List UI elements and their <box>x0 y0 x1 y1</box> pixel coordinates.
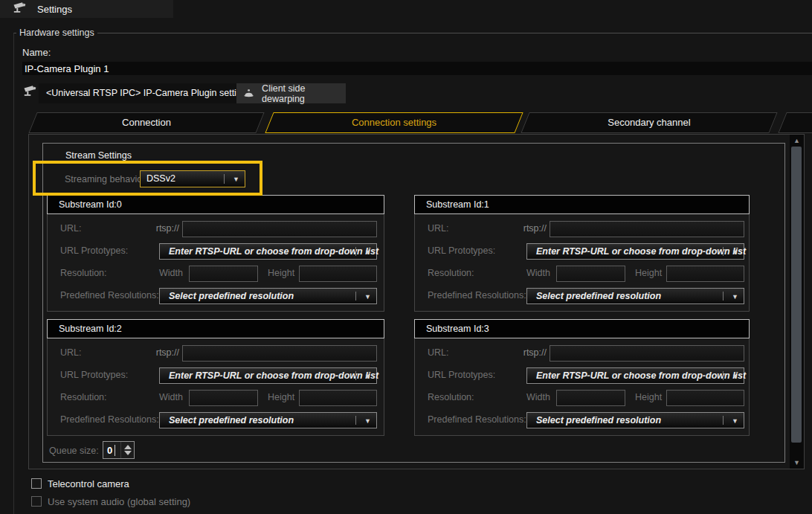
predefined-resolutions-dropdown[interactable]: Select predefined resolution ▼ <box>159 288 377 304</box>
height-input[interactable] <box>299 390 377 406</box>
substream-panel-0: Substream Id:0 URL: rtsp:// URL Prototyp… <box>47 195 384 312</box>
resolution-label: Resolution: <box>428 268 474 278</box>
resolution-label: Resolution: <box>60 268 107 278</box>
predefined-resolutions-dropdown[interactable]: Select predefined resolution ▼ <box>526 412 744 428</box>
substream-3-header: Substream Id:3 <box>414 319 750 338</box>
chevron-down-icon: ▼ <box>364 293 371 301</box>
chevron-down-icon: ▼ <box>732 293 738 301</box>
spin-up-icon[interactable] <box>124 445 132 449</box>
width-label: Width <box>159 392 183 402</box>
rtsp-prefix: rtsp:// <box>499 347 547 358</box>
substream-0-header: Substream Id:0 <box>47 195 384 214</box>
chevron-down-icon: ▼ <box>233 176 239 183</box>
url-prototypes-dropdown[interactable]: Enter RTSP-URL or choose from drop-down … <box>159 367 377 384</box>
tab-bar: Connection Connection settings Secondary… <box>28 112 812 134</box>
width-label: Width <box>159 268 183 278</box>
height-label: Height <box>635 268 662 278</box>
tab-connection-settings[interactable]: Connection settings <box>265 112 523 133</box>
url-prototypes-label: URL Prototypes: <box>60 245 128 256</box>
scrollbar-thumb[interactable] <box>791 147 802 443</box>
streaming-behaviour-value: DSSv2 <box>146 173 175 184</box>
telecontrol-label: Telecontrol camera <box>48 478 129 489</box>
url-prototypes-label: URL Prototypes: <box>60 370 128 380</box>
substream-panel-2: Substream Id:2 URL: rtsp:// URL Prototyp… <box>47 319 384 436</box>
url-label: URL: <box>60 347 81 358</box>
chevron-down-icon: ▼ <box>364 373 371 380</box>
client-side-dewarping-label: Client side dewarping <box>262 83 346 104</box>
predefined-resolutions-label: Predefined Resolutions: <box>60 290 159 301</box>
scroll-up-icon[interactable]: ▲ <box>790 135 804 146</box>
cctv-camera-icon <box>12 1 27 18</box>
tab-secondary-channel[interactable]: Secondary channel <box>521 112 777 133</box>
predefined-resolutions-label: Predefined Resolutions: <box>60 414 159 425</box>
substream-2-header: Substream Id:2 <box>47 319 384 338</box>
queue-size-spinner[interactable]: 0 <box>103 441 135 459</box>
chevron-down-icon: ▼ <box>732 248 738 256</box>
cctv-camera-icon-small <box>22 84 37 101</box>
dome-camera-icon <box>243 89 254 98</box>
width-label: Width <box>526 268 550 278</box>
url-prototypes-label: URL Prototypes: <box>428 245 495 256</box>
url-label: URL: <box>60 223 81 234</box>
width-input[interactable] <box>189 266 258 282</box>
system-audio-label: Use system audio (global setting) <box>48 496 190 507</box>
name-input[interactable] <box>22 62 812 75</box>
queue-size-value: 0 <box>107 445 112 456</box>
url-input[interactable] <box>182 345 377 362</box>
tab-overflow <box>778 112 812 133</box>
spin-down-icon[interactable] <box>124 451 132 455</box>
vertical-scrollbar[interactable]: ▲ ▼ <box>790 135 804 469</box>
rtsp-prefix: rtsp:// <box>132 223 179 234</box>
plugin-settings-tab[interactable]: <Universal RTSP IPC> IP-Camera Plugin se… <box>39 83 259 103</box>
height-label: Height <box>635 392 662 402</box>
height-label: Height <box>268 392 294 402</box>
client-side-dewarping-tab[interactable]: Client side dewarping <box>236 83 346 103</box>
window-title: Settings <box>37 4 72 15</box>
url-label: URL: <box>428 347 448 358</box>
url-prototypes-label: URL Prototypes: <box>428 370 495 380</box>
scroll-down-icon[interactable]: ▼ <box>790 457 804 468</box>
predefined-resolutions-dropdown[interactable]: Select predefined resolution ▼ <box>159 412 377 428</box>
url-label: URL: <box>428 223 448 234</box>
tab-connection[interactable]: Connection <box>28 112 264 133</box>
url-prototypes-dropdown[interactable]: Enter RTSP-URL or choose from drop-down … <box>526 367 744 384</box>
width-input[interactable] <box>556 390 625 406</box>
height-input[interactable] <box>666 266 744 282</box>
rtsp-prefix: rtsp:// <box>499 223 547 234</box>
substream-panel-1: Substream Id:1 URL: rtsp:// URL Prototyp… <box>414 195 750 312</box>
queue-size-label: Queue size: <box>49 446 99 456</box>
width-label: Width <box>526 392 550 402</box>
stream-settings-title: Stream Settings <box>65 150 132 161</box>
chevron-down-icon: ▼ <box>364 248 371 256</box>
window-titlebar: Settings <box>0 0 173 18</box>
width-input[interactable] <box>556 266 625 282</box>
url-input[interactable] <box>550 345 744 362</box>
predefined-resolutions-dropdown[interactable]: Select predefined resolution ▼ <box>526 288 744 304</box>
height-input[interactable] <box>666 390 744 406</box>
predefined-resolutions-label: Predefined Resolutions: <box>428 414 526 425</box>
resolution-label: Resolution: <box>60 392 107 402</box>
url-input[interactable] <box>550 221 744 237</box>
dropdown-separator <box>224 174 225 184</box>
telecontrol-checkbox[interactable] <box>31 478 42 489</box>
rtsp-prefix: rtsp:// <box>132 347 179 358</box>
chevron-down-icon: ▼ <box>364 417 371 425</box>
substream-panel-3: Substream Id:3 URL: rtsp:// URL Prototyp… <box>414 319 750 436</box>
url-prototypes-dropdown[interactable]: Enter RTSP-URL or choose from drop-down … <box>159 243 377 260</box>
name-label: Name: <box>22 47 51 58</box>
height-label: Height <box>268 268 294 278</box>
resolution-label: Resolution: <box>428 392 474 402</box>
url-prototypes-dropdown[interactable]: Enter RTSP-URL or choose from drop-down … <box>526 243 744 260</box>
height-input[interactable] <box>299 266 377 282</box>
predefined-resolutions-label: Predefined Resolutions: <box>428 290 526 301</box>
chevron-down-icon: ▼ <box>732 373 738 380</box>
url-input[interactable] <box>182 221 377 237</box>
spinner-arrows[interactable] <box>120 442 134 458</box>
hardware-settings-legend: Hardware settings <box>16 28 97 38</box>
system-audio-checkbox[interactable] <box>31 496 42 507</box>
streaming-behaviour-dropdown[interactable]: DSSv2 ▼ <box>140 170 245 187</box>
chevron-down-icon: ▼ <box>732 417 738 425</box>
width-input[interactable] <box>189 390 258 406</box>
text-cursor <box>115 445 115 456</box>
substream-1-header: Substream Id:1 <box>414 195 750 214</box>
